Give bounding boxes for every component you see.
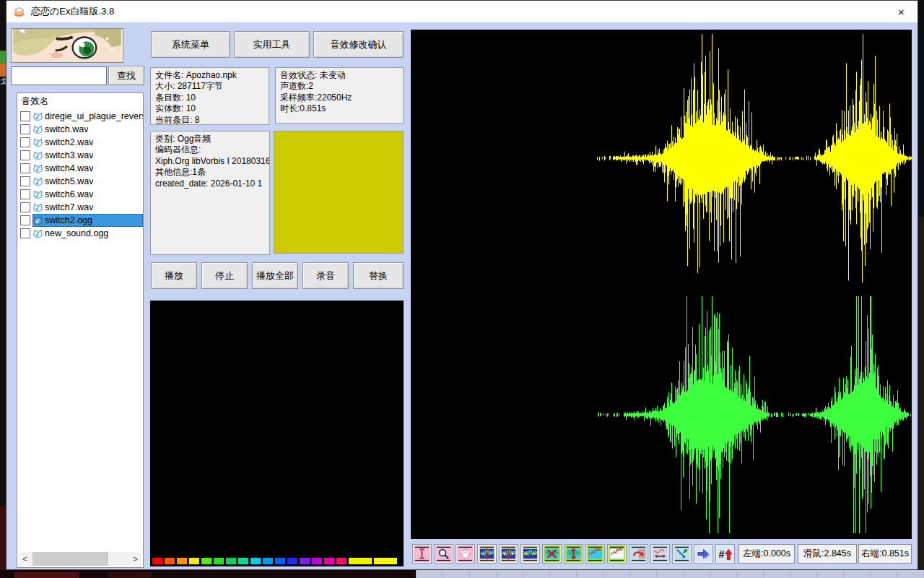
palette-swatch <box>238 558 248 564</box>
palette-swatch <box>275 558 285 564</box>
sound-file-icon <box>32 202 43 213</box>
pitch-shift-button[interactable]: # <box>715 544 735 564</box>
time-stretch-button[interactable] <box>650 544 670 564</box>
marker-left-button[interactable] <box>477 544 497 564</box>
waveform-display[interactable] <box>411 30 912 539</box>
palette-swatch <box>250 558 261 564</box>
stop-button[interactable]: 停止 <box>201 262 248 289</box>
color-indicator-panel <box>274 131 404 254</box>
item-checkbox[interactable] <box>20 215 30 225</box>
desktop-icon-label: 戈 <box>0 77 6 87</box>
list-item[interactable]: switch5.wav <box>17 175 143 188</box>
item-main[interactable]: diregie_ui_plague_reversed <box>32 110 143 123</box>
item-checkbox[interactable] <box>20 163 30 173</box>
blue-arrow-icon <box>695 545 712 562</box>
sound-file-icon <box>32 215 43 226</box>
scrollbar-thumb[interactable] <box>32 552 108 566</box>
frequency-color-legend <box>152 558 397 564</box>
palette-swatch <box>312 558 322 564</box>
list-item[interactable]: switch6.wav <box>17 188 143 201</box>
amplify-button[interactable] <box>564 544 583 564</box>
item-main[interactable]: switch5.wav <box>32 175 143 188</box>
sound-file-icon <box>32 228 43 239</box>
item-label: switch7.wav <box>45 202 93 212</box>
item-checkbox[interactable] <box>20 189 30 199</box>
item-label: diregie_ui_plague_reversed <box>45 111 143 121</box>
undo-button[interactable] <box>629 544 648 564</box>
sound-list-panel: 音效名 diregie_ui_plague_reversedswitch.wav… <box>17 92 144 568</box>
item-label: switch3.wav <box>45 150 93 160</box>
record-button[interactable]: 录音 <box>302 262 349 289</box>
sound-file-icon <box>32 163 43 174</box>
item-main[interactable]: switch3.wav <box>32 149 143 162</box>
item-checkbox[interactable] <box>20 111 30 121</box>
file-info-panel: 文件名: Apozhao.npk大小: 287117字节条目数: 10实体数: … <box>150 67 269 125</box>
system-menu-button[interactable]: 系统菜单 <box>151 31 230 58</box>
list-item[interactable]: new_sound.ogg <box>17 227 143 240</box>
info-line: 采样频率:22050Hz <box>280 92 398 103</box>
paw-stamp-button[interactable] <box>456 544 475 564</box>
search-input[interactable] <box>11 66 107 85</box>
item-main[interactable]: new_sound.ogg <box>32 227 143 240</box>
horizontal-scrollbar[interactable]: < > <box>19 552 141 566</box>
wave-marker-right-icon <box>500 545 517 562</box>
list-item[interactable]: switch2.wav <box>17 136 143 149</box>
list-item[interactable]: switch4.wav <box>17 162 143 175</box>
swap-channels-button[interactable] <box>672 544 692 564</box>
item-checkbox[interactable] <box>20 202 30 212</box>
pitch-up-icon: # <box>717 545 733 562</box>
item-main[interactable]: switch2.wav <box>32 136 143 149</box>
find-button[interactable]: 查找 <box>108 66 144 85</box>
play-button[interactable]: 播放 <box>151 262 197 289</box>
amplify-vertical-icon <box>565 545 582 562</box>
item-label: new_sound.ogg <box>45 228 108 238</box>
item-main[interactable]: switch.wav <box>32 123 143 136</box>
apply-forward-button[interactable] <box>694 544 713 564</box>
replace-button[interactable]: 替换 <box>353 262 404 289</box>
scroll-left-icon[interactable]: < <box>19 552 31 566</box>
sound-file-icon <box>32 111 43 122</box>
wave-edit-button[interactable] <box>585 544 605 564</box>
item-checkbox[interactable] <box>20 137 30 147</box>
info-line: 类别: Ogg音频 <box>155 134 265 144</box>
time-stretch-icon <box>652 545 668 562</box>
close-button[interactable]: × <box>885 1 918 22</box>
delete-selection-button[interactable] <box>542 544 562 564</box>
swap-channels-icon <box>674 545 690 562</box>
sound-file-icon <box>32 189 43 200</box>
wave-select-button[interactable] <box>520 544 540 564</box>
utilities-button[interactable]: 实用工具 <box>234 31 310 58</box>
zoom-button[interactable] <box>434 544 453 564</box>
item-main[interactable]: switch2.ogg <box>32 214 143 227</box>
cat-paw-icon <box>457 545 474 562</box>
item-checkbox[interactable] <box>20 150 30 160</box>
codec-info-panel: 类别: Ogg音频编码器信息:Xiph.Org libVorbis I 2018… <box>150 131 270 255</box>
list-item[interactable]: diregie_ui_plague_reversed <box>17 110 143 123</box>
wave-draw-button[interactable] <box>607 544 627 564</box>
item-checkbox[interactable] <box>20 176 30 186</box>
desktop-bottom-strip <box>0 570 416 578</box>
list-item[interactable]: switch.wav <box>17 123 143 136</box>
marker-right-button[interactable] <box>499 544 518 564</box>
palette-swatch <box>189 558 199 564</box>
play-all-button[interactable]: 播放全部 <box>252 262 298 289</box>
item-main[interactable]: switch6.wav <box>32 188 143 201</box>
desktop-wallpaper-fragment <box>0 506 6 578</box>
list-item[interactable]: switch7.wav <box>17 201 143 214</box>
list-item[interactable]: switch3.wav <box>17 149 143 162</box>
palette-swatch <box>226 558 236 564</box>
item-checkbox[interactable] <box>20 228 30 238</box>
right-edge-time-label: 右端:0.851s <box>858 544 912 564</box>
item-main[interactable]: switch4.wav <box>32 162 143 175</box>
info-line: 声道数:2 <box>280 81 398 92</box>
left-edge-time-label: 左端:0.000s <box>738 544 795 564</box>
info-line: 其他信息:1条 <box>155 167 265 178</box>
item-main[interactable]: switch7.wav <box>32 201 143 214</box>
delete-selection-icon <box>544 545 560 562</box>
item-checkbox[interactable] <box>20 124 30 134</box>
ibeam-cursor-button[interactable] <box>412 544 432 564</box>
sfx-confirm-button[interactable]: 音效修改确认 <box>313 31 404 58</box>
info-line: created_date: 2026-01-10 1 <box>155 178 265 189</box>
list-item[interactable]: switch2.ogg <box>17 214 143 227</box>
scroll-right-icon[interactable]: > <box>129 552 141 566</box>
